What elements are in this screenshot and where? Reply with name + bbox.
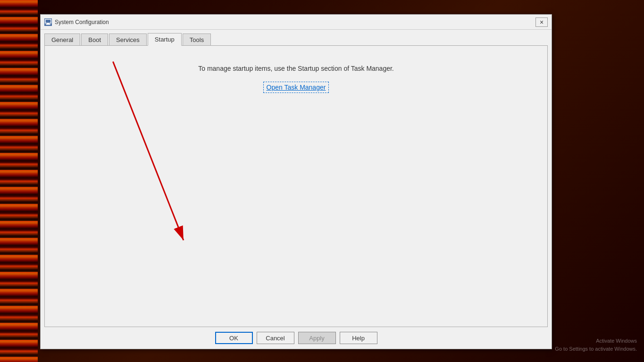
open-task-manager-link[interactable]: Open Task Manager [263,82,329,93]
svg-rect-2 [46,24,50,25]
svg-rect-1 [47,23,50,24]
tab-bar: General Boot Services Startup Tools [41,30,552,45]
footer: OK Cancel Apply Help [41,327,552,349]
dialog-title: System Configuration [55,19,109,25]
tab-startup[interactable]: Startup [148,33,182,46]
ok-button[interactable]: OK [215,332,253,344]
content-inner: To manage startup items, use the Startup… [45,46,547,112]
close-button[interactable]: × [535,17,548,27]
activate-line2: Go to Settings to activate Windows. [555,345,637,353]
activate-windows-watermark: Activate Windows Go to Settings to activ… [555,337,637,353]
cancel-button[interactable]: Cancel [257,332,294,344]
bg-streaks [0,0,38,362]
tab-tools[interactable]: Tools [183,34,211,46]
system-configuration-dialog: System Configuration × General Boot Serv… [40,14,552,349]
title-bar-left: System Configuration [44,18,109,26]
title-bar: System Configuration × [41,15,552,30]
info-text: To manage startup items, use the Startup… [198,65,394,72]
tab-general[interactable]: General [44,34,80,46]
content-area: To manage startup items, use the Startup… [44,45,548,327]
tab-boot[interactable]: Boot [81,34,108,46]
svg-rect-0 [45,19,51,23]
computer-icon [44,18,52,26]
activate-line1: Activate Windows [555,337,637,345]
help-button[interactable]: Help [340,332,377,344]
apply-button[interactable]: Apply [298,332,336,344]
tab-services[interactable]: Services [109,34,147,46]
